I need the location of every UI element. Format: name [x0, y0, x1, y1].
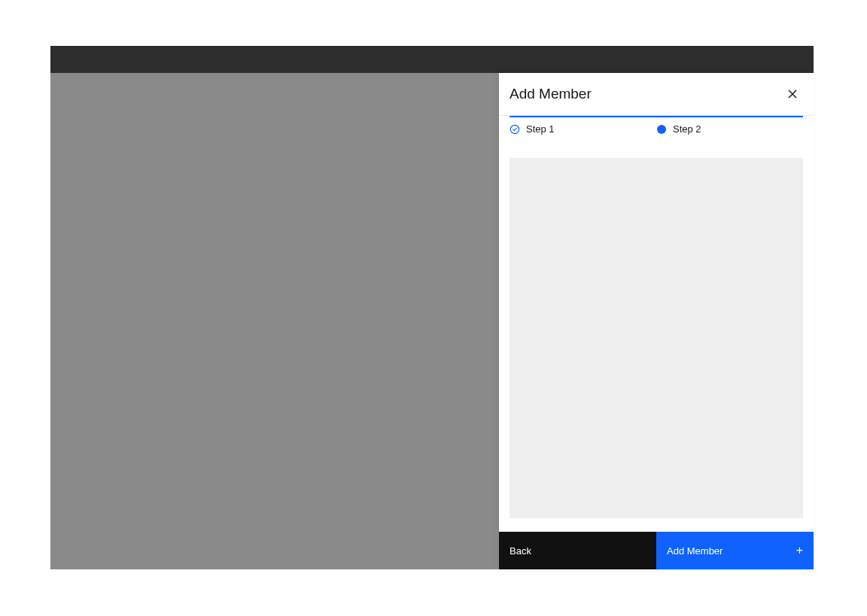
step-label: Step 1: [526, 123, 555, 135]
add-member-button[interactable]: Add Member +: [656, 532, 814, 569]
progress-step-2[interactable]: Step 2: [656, 123, 803, 135]
progress-step-1[interactable]: Step 1: [510, 123, 656, 135]
tearsheet-title: Add Member: [510, 85, 592, 104]
close-button[interactable]: [782, 83, 803, 105]
content-placeholder: [510, 158, 803, 518]
tearsheet-panel: Add Member: [499, 73, 814, 569]
app-viewport: Add Member: [50, 46, 814, 569]
back-button[interactable]: Back: [499, 532, 656, 569]
progress-fill: [510, 116, 803, 117]
progress-track: [510, 116, 803, 117]
step-label: Step 2: [673, 123, 701, 135]
tearsheet-footer: Back Add Member +: [499, 532, 814, 569]
close-icon: [786, 88, 799, 100]
progress-steps: Step 1 Step 2: [510, 123, 803, 135]
progress-indicator: Step 1 Step 2: [499, 116, 814, 138]
step-current-icon: [656, 124, 667, 135]
tearsheet-body: [499, 138, 814, 532]
svg-point-2: [510, 125, 519, 133]
add-member-button-label: Add Member: [667, 545, 722, 557]
top-bar: [50, 46, 814, 73]
step-complete-icon: [510, 124, 520, 135]
plus-icon: +: [796, 545, 803, 557]
tearsheet-header: Add Member: [499, 73, 814, 116]
back-button-label: Back: [510, 545, 531, 557]
